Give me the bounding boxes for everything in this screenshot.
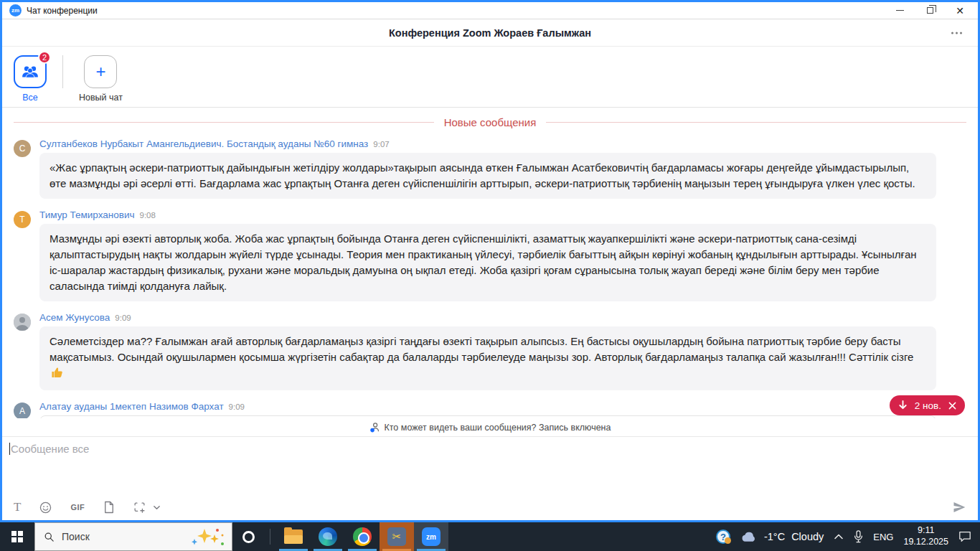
- taskbar-search-box[interactable]: Поиск: [34, 522, 232, 551]
- taskbar-chrome[interactable]: [345, 522, 380, 551]
- weather-condition: Cloudy: [791, 531, 824, 542]
- unread-count-badge: 2: [38, 51, 51, 64]
- tabs-divider: [62, 55, 63, 88]
- tray-chevron-up[interactable]: [834, 533, 844, 540]
- notification-dot: [725, 537, 731, 544]
- chat-message-list[interactable]: Новые сообщения C Султанбеков Нурбакыт А…: [2, 108, 978, 418]
- chat-tabs: 2 Все + Новый чат: [2, 47, 978, 108]
- avatar-initial: A: [19, 406, 25, 416]
- format-text-button[interactable]: T: [14, 500, 21, 514]
- desktop-screen: zm Чат конференции ✕ Конференция Zoom Жо…: [0, 0, 980, 551]
- person-photo-icon: [14, 314, 31, 331]
- weather-widget[interactable]: -1°C Cloudy: [740, 531, 824, 542]
- action-center-icon[interactable]: [958, 531, 971, 542]
- meeting-title: Конференция Zoom Жораев Ғалымжан: [389, 27, 591, 39]
- people-icon: [21, 62, 39, 81]
- sender-name: Султанбеков Нурбакыт Амангельдиевич. Бос…: [39, 138, 368, 149]
- minimize-button[interactable]: [885, 3, 915, 19]
- cloud-icon: [740, 531, 758, 542]
- message-text: Мазмұнды әрі өзекті авторлық жоба. Жоба …: [50, 232, 917, 292]
- message-input[interactable]: Сообщение все: [2, 437, 978, 497]
- gif-button[interactable]: GIF: [70, 503, 85, 512]
- screen-capture-button[interactable]: [133, 501, 146, 514]
- message-time: 9:08: [139, 211, 155, 220]
- restore-icon: [927, 7, 933, 14]
- dismiss-icon[interactable]: [948, 402, 956, 410]
- message-row: Асем Жунусова 9:09 Сәлеметсіздер ма?? Ға…: [2, 312, 978, 390]
- new-pill-label: 2 нов.: [915, 400, 941, 411]
- taskbar-cortana-button[interactable]: [232, 522, 264, 551]
- attach-file-button[interactable]: [103, 501, 115, 514]
- message-time: 9:09: [229, 402, 245, 411]
- new-chat-label: Новый чат: [79, 93, 123, 103]
- clock-date: 19.12.2025: [903, 537, 948, 548]
- taskbar-zoom[interactable]: zm: [414, 522, 448, 551]
- help-tray-icon[interactable]: ?: [716, 529, 730, 544]
- window-title: Чат конференции: [27, 6, 98, 16]
- emoji-button[interactable]: [39, 501, 52, 514]
- composer-toolbar: T GIF: [2, 497, 978, 520]
- new-messages-pill[interactable]: 2 нов.: [890, 395, 965, 415]
- privacy-note-text: Кто может видеть ваши сообщения? Запись …: [385, 423, 611, 433]
- avatar: T: [14, 211, 31, 228]
- microphone-tray-icon[interactable]: [854, 530, 863, 543]
- start-button[interactable]: [0, 522, 34, 551]
- divider-line: [14, 122, 434, 123]
- avatar-initial: T: [19, 215, 24, 225]
- message-bubble-empty: [39, 415, 936, 418]
- taskbar: Поиск: [0, 522, 980, 551]
- all-chats-tile[interactable]: 2: [14, 55, 47, 88]
- close-button[interactable]: ✕: [945, 3, 975, 19]
- sender-name: Алатау ауданы 1мектеп Назимов Фархат: [39, 401, 224, 412]
- titlebar: zm Чат конференции ✕: [2, 2, 978, 19]
- zoom-logo-icon: zm: [9, 4, 22, 17]
- privacy-person-icon: [369, 422, 380, 433]
- restore-button[interactable]: [915, 3, 945, 19]
- message-row: A Алатау ауданы 1мектеп Назимов Фархат 9…: [2, 401, 978, 418]
- minimize-icon: [896, 10, 904, 11]
- message-time: 9:07: [373, 140, 389, 149]
- message-text: «Жас ұрпақтың әскери-патриоттық дайындығ…: [50, 161, 915, 189]
- taskbar-clock[interactable]: 9:11 19.12.2025: [903, 525, 948, 547]
- search-highlights-icon[interactable]: [189, 526, 226, 547]
- message-bubble: Сәлеметсіздер ма?? Ғалымжан ағай авторлы…: [39, 326, 936, 390]
- meeting-header: Конференция Zoom Жораев Ғалымжан: [2, 19, 978, 47]
- privacy-note[interactable]: Кто может видеть ваши сообщения? Запись …: [2, 418, 978, 437]
- message-text: Сәлеметсіздер ма?? Ғалымжан ағай авторлы…: [50, 335, 913, 363]
- avatar-initial: C: [19, 143, 26, 154]
- capture-options-chevron-icon[interactable]: [153, 504, 161, 512]
- avatar: C: [14, 140, 31, 157]
- new-chat-tile[interactable]: +: [84, 55, 117, 88]
- taskbar-tray: ? -1°C Cloudy ENG 9:11 19.12.2025: [716, 522, 980, 551]
- thumbs-up-emoji: [51, 367, 63, 383]
- clock-time: 9:11: [903, 525, 948, 537]
- taskbar-file-explorer[interactable]: [276, 522, 311, 551]
- message-bubble: Мазмұнды әрі өзекті авторлық жоба. Жоба …: [39, 224, 936, 301]
- taskbar-snipping-tool[interactable]: ✂: [380, 522, 414, 551]
- file-explorer-icon: [284, 529, 303, 544]
- more-options-button[interactable]: [951, 32, 962, 34]
- search-placeholder: Поиск: [62, 531, 182, 542]
- new-chat-button[interactable]: + Новый чат: [79, 55, 123, 103]
- chrome-icon: [353, 527, 372, 546]
- tab-all-chats[interactable]: 2 Все: [14, 55, 47, 103]
- text-caret: [9, 443, 10, 455]
- plus-icon: +: [95, 63, 105, 80]
- avatar-photo: [14, 314, 31, 331]
- close-icon: ✕: [956, 6, 964, 16]
- message-row: T Тимур Темирханович 9:08 Мазмұнды әрі ө…: [2, 209, 978, 301]
- snipping-tool-icon: ✂: [387, 527, 406, 546]
- weather-temp: -1°C: [764, 531, 785, 542]
- message-row: C Султанбеков Нурбакыт Амангельдиевич. Б…: [2, 138, 978, 199]
- zoom-chat-window: zm Чат конференции ✕ Конференция Zoom Жо…: [0, 0, 980, 522]
- language-indicator[interactable]: ENG: [873, 532, 893, 542]
- send-button[interactable]: [952, 500, 966, 514]
- sender-name: Асем Жунусова: [39, 312, 110, 323]
- taskbar-edge[interactable]: [311, 522, 345, 551]
- message-time: 9:09: [115, 314, 131, 322]
- arrow-down-icon: [898, 400, 908, 410]
- divider-line: [546, 122, 966, 123]
- tab-all-label: Все: [22, 93, 38, 103]
- new-messages-label: Новые сообщения: [444, 116, 537, 128]
- windows-logo-icon: [11, 531, 23, 542]
